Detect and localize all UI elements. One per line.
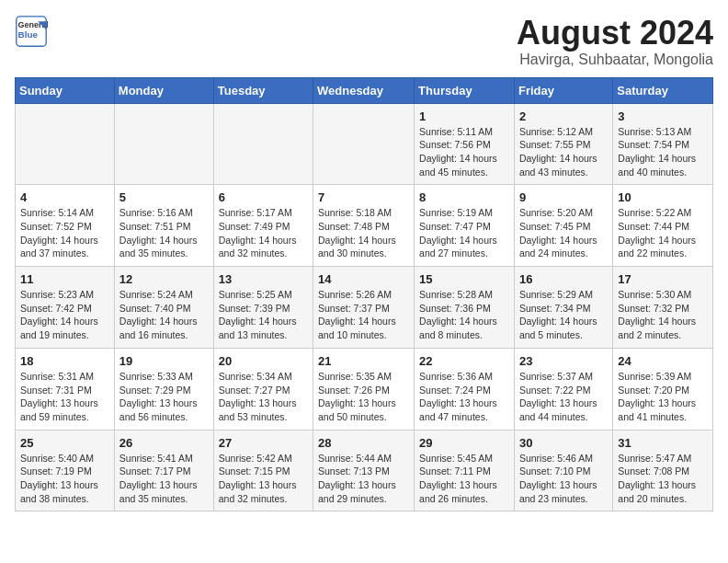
day-detail: Sunrise: 5:44 AM Sunset: 7:13 PM Dayligh…: [318, 452, 409, 506]
day-number: 22: [419, 354, 509, 368]
day-detail: Sunrise: 5:30 AM Sunset: 7:32 PM Dayligh…: [618, 288, 708, 342]
day-detail: Sunrise: 5:19 AM Sunset: 7:47 PM Dayligh…: [419, 206, 509, 260]
day-detail: Sunrise: 5:41 AM Sunset: 7:17 PM Dayligh…: [119, 452, 209, 506]
column-header-friday: Friday: [514, 77, 612, 103]
day-cell: 25Sunrise: 5:40 AM Sunset: 7:19 PM Dayli…: [16, 430, 115, 511]
day-cell: 10Sunrise: 5:22 AM Sunset: 7:44 PM Dayli…: [613, 185, 713, 267]
day-detail: Sunrise: 5:22 AM Sunset: 7:44 PM Dayligh…: [618, 206, 708, 260]
day-detail: Sunrise: 5:14 AM Sunset: 7:52 PM Dayligh…: [20, 206, 109, 260]
day-number: 15: [419, 272, 509, 286]
day-detail: Sunrise: 5:11 AM Sunset: 7:56 PM Dayligh…: [419, 125, 509, 179]
day-detail: Sunrise: 5:17 AM Sunset: 7:49 PM Dayligh…: [219, 206, 308, 260]
header: General Blue August 2024 Havirga, Suhbaa…: [15, 15, 713, 68]
day-number: 6: [219, 190, 308, 204]
day-detail: Sunrise: 5:26 AM Sunset: 7:37 PM Dayligh…: [318, 288, 409, 342]
day-detail: Sunrise: 5:28 AM Sunset: 7:36 PM Dayligh…: [419, 288, 509, 342]
day-number: 14: [318, 272, 409, 286]
column-header-wednesday: Wednesday: [313, 77, 415, 103]
column-header-thursday: Thursday: [415, 77, 515, 103]
day-detail: Sunrise: 5:31 AM Sunset: 7:31 PM Dayligh…: [20, 370, 109, 424]
day-cell: 3Sunrise: 5:13 AM Sunset: 7:54 PM Daylig…: [613, 103, 713, 185]
title-area: August 2024 Havirga, Suhbaatar, Mongolia: [517, 15, 713, 68]
day-cell: 17Sunrise: 5:30 AM Sunset: 7:32 PM Dayli…: [613, 267, 713, 349]
logo-icon: General Blue: [15, 15, 48, 48]
day-cell: 24Sunrise: 5:39 AM Sunset: 7:20 PM Dayli…: [613, 348, 713, 430]
day-detail: Sunrise: 5:25 AM Sunset: 7:39 PM Dayligh…: [219, 288, 308, 342]
day-number: 31: [618, 436, 708, 450]
day-cell: [313, 103, 415, 185]
week-row-1: 1Sunrise: 5:11 AM Sunset: 7:56 PM Daylig…: [16, 103, 713, 185]
day-detail: Sunrise: 5:40 AM Sunset: 7:19 PM Dayligh…: [20, 452, 109, 506]
day-cell: 15Sunrise: 5:28 AM Sunset: 7:36 PM Dayli…: [415, 267, 515, 349]
day-detail: Sunrise: 5:45 AM Sunset: 7:11 PM Dayligh…: [419, 452, 509, 506]
day-number: 10: [618, 190, 708, 204]
day-cell: 12Sunrise: 5:24 AM Sunset: 7:40 PM Dayli…: [114, 267, 213, 349]
column-header-tuesday: Tuesday: [213, 77, 313, 103]
week-row-3: 11Sunrise: 5:23 AM Sunset: 7:42 PM Dayli…: [16, 267, 713, 349]
day-detail: Sunrise: 5:37 AM Sunset: 7:22 PM Dayligh…: [519, 370, 608, 424]
week-row-2: 4Sunrise: 5:14 AM Sunset: 7:52 PM Daylig…: [16, 185, 713, 267]
week-row-4: 18Sunrise: 5:31 AM Sunset: 7:31 PM Dayli…: [16, 348, 713, 430]
day-number: 16: [519, 272, 608, 286]
day-cell: 29Sunrise: 5:45 AM Sunset: 7:11 PM Dayli…: [415, 430, 515, 511]
day-cell: 20Sunrise: 5:34 AM Sunset: 7:27 PM Dayli…: [213, 348, 313, 430]
day-cell: 9Sunrise: 5:20 AM Sunset: 7:45 PM Daylig…: [514, 185, 612, 267]
day-detail: Sunrise: 5:42 AM Sunset: 7:15 PM Dayligh…: [219, 452, 308, 506]
sub-title: Havirga, Suhbaatar, Mongolia: [517, 52, 713, 68]
day-number: 9: [519, 190, 608, 204]
day-cell: 4Sunrise: 5:14 AM Sunset: 7:52 PM Daylig…: [16, 185, 115, 267]
week-row-5: 25Sunrise: 5:40 AM Sunset: 7:19 PM Dayli…: [16, 430, 713, 511]
day-cell: 27Sunrise: 5:42 AM Sunset: 7:15 PM Dayli…: [213, 430, 313, 511]
day-cell: 23Sunrise: 5:37 AM Sunset: 7:22 PM Dayli…: [514, 348, 612, 430]
day-number: 23: [519, 354, 608, 368]
day-cell: 18Sunrise: 5:31 AM Sunset: 7:31 PM Dayli…: [16, 348, 115, 430]
column-header-sunday: Sunday: [16, 77, 115, 103]
day-cell: 22Sunrise: 5:36 AM Sunset: 7:24 PM Dayli…: [415, 348, 515, 430]
day-number: 17: [618, 272, 708, 286]
day-cell: 8Sunrise: 5:19 AM Sunset: 7:47 PM Daylig…: [415, 185, 515, 267]
day-number: 8: [419, 190, 509, 204]
header-row: SundayMondayTuesdayWednesdayThursdayFrid…: [16, 77, 713, 103]
day-number: 26: [119, 436, 209, 450]
day-number: 24: [618, 354, 708, 368]
day-detail: Sunrise: 5:34 AM Sunset: 7:27 PM Dayligh…: [219, 370, 308, 424]
day-detail: Sunrise: 5:46 AM Sunset: 7:10 PM Dayligh…: [519, 452, 608, 506]
day-number: 20: [219, 354, 308, 368]
day-number: 5: [119, 190, 209, 204]
day-number: 25: [20, 436, 109, 450]
day-cell: 16Sunrise: 5:29 AM Sunset: 7:34 PM Dayli…: [514, 267, 612, 349]
day-cell: [213, 103, 313, 185]
column-header-saturday: Saturday: [613, 77, 713, 103]
day-number: 30: [519, 436, 608, 450]
day-cell: 19Sunrise: 5:33 AM Sunset: 7:29 PM Dayli…: [114, 348, 213, 430]
day-cell: 31Sunrise: 5:47 AM Sunset: 7:08 PM Dayli…: [613, 430, 713, 511]
day-cell: 26Sunrise: 5:41 AM Sunset: 7:17 PM Dayli…: [114, 430, 213, 511]
day-detail: Sunrise: 5:29 AM Sunset: 7:34 PM Dayligh…: [519, 288, 608, 342]
logo: General Blue: [15, 15, 48, 48]
calendar-header: SundayMondayTuesdayWednesdayThursdayFrid…: [16, 77, 713, 103]
day-detail: Sunrise: 5:36 AM Sunset: 7:24 PM Dayligh…: [419, 370, 509, 424]
day-number: 1: [419, 109, 509, 123]
day-detail: Sunrise: 5:47 AM Sunset: 7:08 PM Dayligh…: [618, 452, 708, 506]
day-number: 18: [20, 354, 109, 368]
calendar-body: 1Sunrise: 5:11 AM Sunset: 7:56 PM Daylig…: [16, 103, 713, 511]
day-cell: 2Sunrise: 5:12 AM Sunset: 7:55 PM Daylig…: [514, 103, 612, 185]
day-detail: Sunrise: 5:12 AM Sunset: 7:55 PM Dayligh…: [519, 125, 608, 179]
day-detail: Sunrise: 5:13 AM Sunset: 7:54 PM Dayligh…: [618, 125, 708, 179]
day-detail: Sunrise: 5:20 AM Sunset: 7:45 PM Dayligh…: [519, 206, 608, 260]
day-number: 19: [119, 354, 209, 368]
day-detail: Sunrise: 5:39 AM Sunset: 7:20 PM Dayligh…: [618, 370, 708, 424]
day-number: 27: [219, 436, 308, 450]
day-cell: 6Sunrise: 5:17 AM Sunset: 7:49 PM Daylig…: [213, 185, 313, 267]
day-number: 2: [519, 109, 608, 123]
day-number: 21: [318, 354, 409, 368]
day-detail: Sunrise: 5:33 AM Sunset: 7:29 PM Dayligh…: [119, 370, 209, 424]
day-cell: 28Sunrise: 5:44 AM Sunset: 7:13 PM Dayli…: [313, 430, 415, 511]
day-detail: Sunrise: 5:16 AM Sunset: 7:51 PM Dayligh…: [119, 206, 209, 260]
day-cell: 14Sunrise: 5:26 AM Sunset: 7:37 PM Dayli…: [313, 267, 415, 349]
day-cell: 13Sunrise: 5:25 AM Sunset: 7:39 PM Dayli…: [213, 267, 313, 349]
day-cell: [16, 103, 115, 185]
day-cell: 5Sunrise: 5:16 AM Sunset: 7:51 PM Daylig…: [114, 185, 213, 267]
day-cell: [114, 103, 213, 185]
day-cell: 30Sunrise: 5:46 AM Sunset: 7:10 PM Dayli…: [514, 430, 612, 511]
